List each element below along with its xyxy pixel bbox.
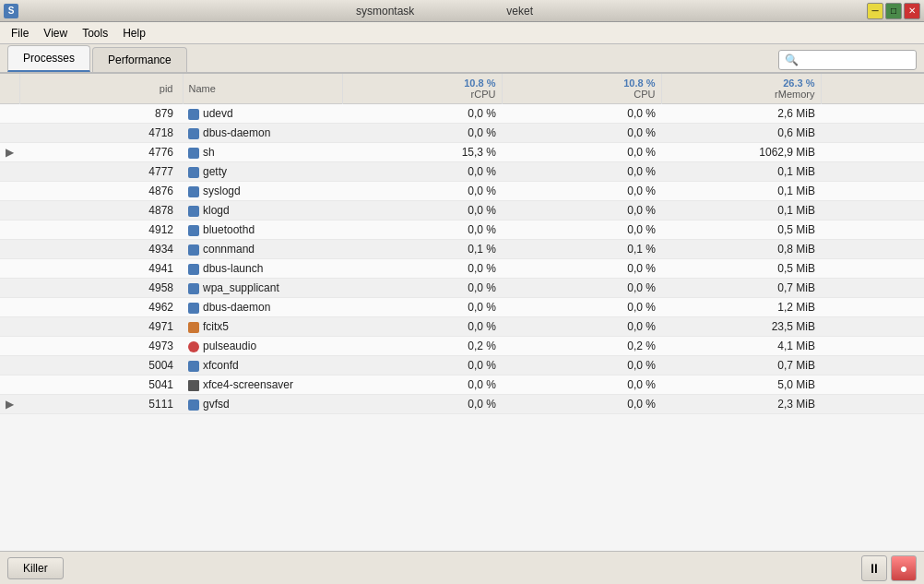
row-mem: 23,5 MiB [821,317,924,337]
row-name: syslogd [183,182,342,201]
row-name: dbus-launch [183,259,342,279]
process-icon [188,148,199,159]
row-pid: 4973 [19,337,183,356]
row-mem: 2,6 MiB [821,104,924,124]
col-header-mem[interactable]: 26.3 % Memory [821,74,924,104]
row-rmem: 0,1 MiB [661,201,821,220]
row-rmem: 0,1 MiB [661,162,821,182]
menu-file[interactable]: File [4,24,36,42]
row-name: klogd [183,201,342,220]
row-mem: 0,7 MiB [821,356,924,375]
search-container [778,50,917,70]
row-pid: 4876 [19,182,183,201]
table-row[interactable]: 4971fcitx50,0 %0,0 %23,5 MiB23,5 MiBNANA… [0,317,924,337]
row-cpu: 0,0 % [502,104,661,124]
col-header-name[interactable]: Name [183,74,342,104]
menu-tools[interactable]: Tools [75,24,115,42]
row-cpu: 0,0 % [502,356,661,375]
row-arrow: ▶ [0,143,19,162]
row-cpu: 0,0 % [502,201,661,220]
row-name: xfce4-screensaver [183,375,342,395]
row-rmem: 0,6 MiB [661,124,821,143]
process-icon [188,264,199,275]
row-cpu: 0,0 % [502,162,661,182]
table-row[interactable]: 4958wpa_supplicant0,0 %0,0 %0,7 MiB0,7 M… [0,279,924,298]
row-pid: 5004 [19,356,183,375]
table-row[interactable]: ▶4776sh15,3 %0,0 %1062,9 MiB3,4 MiBNANAr… [0,143,924,162]
row-rmem: 1,2 MiB [661,298,821,317]
table-row[interactable]: 4912bluetoothd0,0 %0,0 %0,5 MiB0,5 MiBNA… [0,220,924,240]
table-row[interactable]: 4934connmand0,1 %0,1 %0,8 MiB0,8 MiBNANA… [0,240,924,259]
table-row[interactable]: ▶5111gvfsd0,0 %0,0 %2,3 MiB0,8 MiBNANAro… [0,395,924,414]
process-icon [188,225,199,236]
row-name: udevd [183,104,342,124]
row-arrow [0,337,19,356]
row-pid: 5111 [19,395,183,414]
row-mem: 0,7 MiB [821,279,924,298]
maximize-button[interactable]: □ [885,3,902,19]
row-name: fcitx5 [183,317,342,337]
menubar: File View Tools Help [0,22,924,44]
row-name: xfconfd [183,356,342,375]
table-row[interactable]: 4876syslogd0,0 %0,0 %0,1 MiB0,1 MiBNANAr… [0,182,924,201]
pause-button[interactable]: ⏸ [861,555,887,581]
pause-icon: ⏸ [868,561,881,576]
process-icon [188,128,199,139]
tab-processes[interactable]: Processes [7,45,90,72]
row-rcpu: 0,0 % [342,356,502,375]
row-rmem: 0,1 MiB [661,182,821,201]
table-row[interactable]: 5004xfconfd0,0 %0,0 %0,7 MiB0,7 MiBNANAr… [0,356,924,375]
process-icon [188,186,199,197]
title-left: sysmontask [356,5,414,18]
row-name: connmand [183,240,342,259]
killer-button[interactable]: Killer [7,557,64,579]
col-header-cpu[interactable]: 10.8 % CPU [502,74,661,104]
table-row[interactable]: 879udevd0,0 %0,0 %2,6 MiB2,6 MiBNANAroot [0,104,924,124]
row-name: sh [183,143,342,162]
row-arrow [0,356,19,375]
row-arrow [0,162,19,182]
table-row[interactable]: 4777getty0,0 %0,0 %0,1 MiB0,1 MiBNANAroo… [0,162,924,182]
tab-performance[interactable]: Performance [92,47,187,72]
table-row[interactable]: 4718dbus-daemon0,0 %0,0 %0,6 MiB0,6 MiBN… [0,124,924,143]
row-pid: 4941 [19,259,183,279]
row-arrow [0,279,19,298]
row-name: getty [183,162,342,182]
title-right: veket [506,5,533,18]
table-row[interactable]: 4962dbus-daemon0,0 %0,0 %1,2 MiB1,2 MiBN… [0,298,924,317]
row-arrow [0,259,19,279]
menu-view[interactable]: View [36,24,75,42]
row-rmem: 2,3 MiB [661,395,821,414]
col-header-arrow [0,74,19,104]
search-input[interactable] [778,50,917,70]
process-icon [188,322,199,333]
row-rcpu: 0,1 % [342,240,502,259]
col-header-rcpu[interactable]: 10.8 % rCPU [342,74,502,104]
row-arrow [0,104,19,124]
table-row[interactable]: 5041xfce4-screensaver0,0 %0,0 %5,0 MiB5,… [0,375,924,395]
menu-help[interactable]: Help [115,24,153,42]
minimize-button[interactable]: ─ [867,3,883,19]
row-arrow [0,240,19,259]
table-row[interactable]: 4878klogd0,0 %0,0 %0,1 MiB0,1 MiBNANAroo… [0,201,924,220]
row-rcpu: 0,0 % [342,298,502,317]
row-mem: 3,4 MiB [821,143,924,162]
tabbar: Processes Performance [0,44,924,74]
row-mem: 4,1 MiB [821,337,924,356]
row-arrow [0,201,19,220]
table-row[interactable]: 4973pulseaudio0,2 %0,2 %4,1 MiB4,1 MiBNA… [0,337,924,356]
stop-button[interactable]: ● [891,555,917,581]
row-arrow [0,375,19,395]
row-rmem: 5,0 MiB [661,375,821,395]
row-pid: 5041 [19,375,183,395]
col-header-pid[interactable]: pid [19,74,183,104]
close-button[interactable]: ✕ [904,3,920,19]
row-pid: 4958 [19,279,183,298]
process-icon [188,167,199,178]
row-cpu: 0,0 % [502,279,661,298]
row-rcpu: 0,0 % [342,279,502,298]
table-row[interactable]: 4941dbus-launch0,0 %0,0 %0,5 MiB0,5 MiBN… [0,259,924,279]
col-header-rmem[interactable]: 26.3 % rMemory [661,74,821,104]
row-cpu: 0,0 % [502,143,661,162]
titlebar: S sysmontask veket ─ □ ✕ [0,0,924,22]
